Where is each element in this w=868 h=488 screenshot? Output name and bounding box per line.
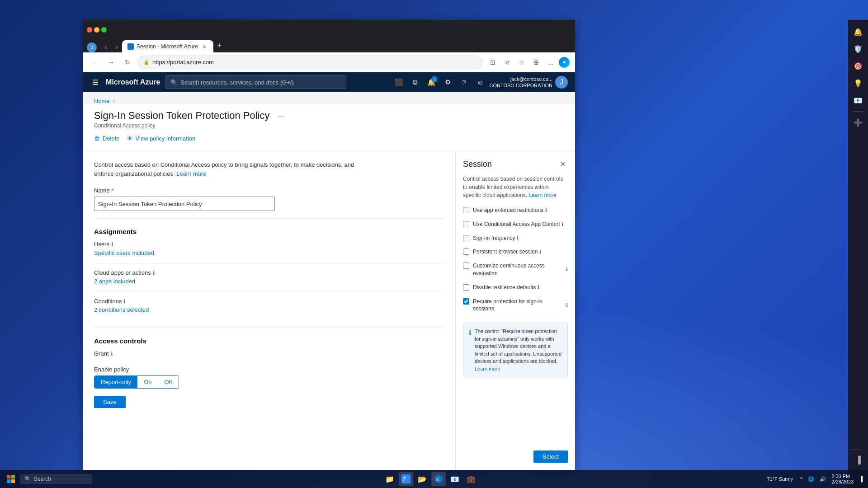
sidebar-icon-4[interactable]: 💡 <box>850 75 866 91</box>
sidebar-icon-panel[interactable]: ▐ <box>850 452 866 468</box>
delete-btn[interactable]: 🗑 Delete <box>94 133 120 144</box>
sidebar-icon-3[interactable]: 🎯 <box>850 58 866 74</box>
panel-close-btn[interactable]: ✕ <box>557 159 568 169</box>
view-policy-btn[interactable]: 👁 View policy information <box>127 133 196 144</box>
taskbar-search-bar[interactable]: 🔍 Search <box>20 474 92 484</box>
panel-title: Session <box>463 160 492 169</box>
disable-resilience-checkbox[interactable] <box>463 284 469 291</box>
cloud-shell-icon[interactable]: ⬛ <box>392 75 406 89</box>
window-min-btn[interactable] <box>94 27 99 33</box>
description-learn-more-link[interactable]: Learn more <box>176 170 206 177</box>
policy-name-input[interactable] <box>94 197 275 211</box>
toolbar-screen-btn[interactable]: ⊡ <box>486 56 499 69</box>
grant-label: Grant ℹ <box>94 350 444 357</box>
browser-chrome: J ‹ › Session - Microsoft Azure ✕ + <box>83 20 575 52</box>
assignments-divider <box>94 218 444 219</box>
toggle-off[interactable]: Off <box>158 376 179 388</box>
sign-in-freq-checkbox[interactable] <box>463 235 469 241</box>
ca-app-control-checkbox[interactable] <box>463 221 469 227</box>
forward-btn[interactable]: › <box>111 42 122 52</box>
customize-cae-checkbox[interactable] <box>463 263 469 269</box>
taskbar-pinned-apps: 📁 Z 📂 e 📧 💼 <box>382 472 478 486</box>
back-btn[interactable]: ‹ <box>100 42 111 52</box>
toolbar-collections-btn[interactable]: ⊞ <box>530 56 542 69</box>
azure-search-bar[interactable]: 🔍 Search resources, services, and docs (… <box>165 75 346 89</box>
enable-policy-label: Enable policy <box>94 366 444 373</box>
window-max-btn[interactable] <box>101 27 107 33</box>
help-icon[interactable]: ? <box>457 75 471 89</box>
sidebar-icon-add[interactable]: ➕ <box>850 114 866 131</box>
require-protection-checkbox[interactable] <box>463 298 469 305</box>
hamburger-menu-btn[interactable]: ☰ <box>90 76 100 89</box>
nav-icons: ⬛ ⧉ 🔔 1 ⚙ ? ☺ jack@contoso.co... CONTOSO… <box>392 75 568 89</box>
taskbar-app-explorer[interactable]: 📁 <box>382 472 397 486</box>
new-tab-btn[interactable]: + <box>213 39 226 52</box>
back-nav-btn[interactable]: ← <box>89 56 101 69</box>
directory-icon[interactable]: ⧉ <box>408 75 422 89</box>
users-label: Users ℹ <box>94 241 444 248</box>
sidebar-icon-1[interactable]: 🔔 <box>850 23 866 40</box>
window-close-btn[interactable] <box>87 27 92 33</box>
browser-titlebar <box>83 20 575 36</box>
browser-profile[interactable]: J <box>87 42 97 52</box>
forward-nav-btn[interactable]: → <box>105 56 118 69</box>
tray-clock[interactable]: 2:30 PM 2/28/2023 <box>830 473 855 485</box>
settings-icon[interactable]: ⚙ <box>440 75 455 89</box>
delete-icon: 🗑 <box>94 135 100 142</box>
callout-learn-more-link[interactable]: Learn more <box>475 366 500 371</box>
app-enforced-checkbox[interactable] <box>463 207 469 213</box>
toolbar-extensions-btn[interactable]: ⧄ <box>501 56 514 69</box>
taskbar-app-zoom[interactable]: Z <box>399 472 413 486</box>
azure-sidebar: 🔔 🛡️ 🎯 💡 📧 ➕ ▐ ⚙ <box>848 20 868 488</box>
toggle-report-only[interactable]: Report-only <box>94 376 137 388</box>
sidebar-icon-2[interactable]: 🛡️ <box>850 41 866 57</box>
checkbox-disable-resilience[interactable]: Disable resilience defaults ℹ <box>463 284 568 291</box>
save-button[interactable]: Save <box>94 396 126 408</box>
notifications-icon[interactable]: 🔔 1 <box>424 75 439 89</box>
user-info[interactable]: jack@contoso.co... CONTOSO CORPORATION J <box>489 76 568 89</box>
checkbox-persistent-browser[interactable]: Persistent browser session ℹ <box>463 248 568 256</box>
tab-bar: J ‹ › Session - Microsoft Azure ✕ + <box>83 36 575 52</box>
taskbar-app-outlook[interactable]: 📧 <box>448 472 462 486</box>
taskbar-app-files[interactable]: 📂 <box>415 472 429 486</box>
ca-app-control-label: Use Conditional Access App Control ℹ <box>473 221 568 228</box>
callout-info-icon: ℹ <box>469 328 471 372</box>
checkbox-customize-cae[interactable]: Customize continuous access evaluation ℹ <box>463 262 568 277</box>
toolbar-more-btn[interactable]: … <box>544 56 557 69</box>
tray-show-desktop[interactable]: ▐ <box>857 475 864 483</box>
search-icon: 🔍 <box>170 79 178 86</box>
toolbar-favorites-btn[interactable]: ☆ <box>515 56 528 69</box>
taskbar-app-teams[interactable]: 💼 <box>464 472 478 486</box>
tray-network-icon[interactable]: 🌐 <box>806 475 816 483</box>
checkbox-sign-in-freq[interactable]: Sign-in frequency ℹ <box>463 235 568 242</box>
checkbox-require-protection[interactable]: Require protection for sign-in sessions … <box>463 298 568 313</box>
cloud-apps-subsection: Cloud apps or actions ℹ 2 apps included <box>94 269 444 292</box>
taskbar-app-edge[interactable]: e <box>431 472 446 486</box>
home-link[interactable]: Home <box>94 98 110 104</box>
sidebar-icon-5[interactable]: 📧 <box>850 92 866 108</box>
cloud-apps-value-link[interactable]: 2 apps included <box>94 278 444 285</box>
avatar[interactable]: J <box>555 76 568 89</box>
tray-chevron[interactable]: ^ <box>798 475 804 483</box>
persistent-browser-checkbox[interactable] <box>463 249 469 255</box>
toggle-on[interactable]: On <box>137 376 158 388</box>
start-button[interactable] <box>4 472 18 486</box>
users-value-link[interactable]: Specific users included <box>94 249 444 256</box>
checkbox-app-enforced[interactable]: Use app enforced restrictions ℹ <box>463 206 568 214</box>
tray-volume-icon[interactable]: 🔊 <box>818 475 828 483</box>
feedback-icon[interactable]: ☺ <box>473 75 487 89</box>
active-tab[interactable]: Session - Microsoft Azure ✕ <box>122 40 213 53</box>
toolbar-actions: ⊡ ⧄ ☆ ⊞ … ✦ <box>486 56 570 69</box>
conditions-info-icon: ℹ <box>123 298 126 305</box>
panel-learn-more-link[interactable]: Learn more <box>528 192 556 198</box>
select-button[interactable]: Select <box>533 450 568 463</box>
copilot-btn[interactable]: ✦ <box>559 57 570 68</box>
checkbox-ca-app-control[interactable]: Use Conditional Access App Control ℹ <box>463 221 568 228</box>
tab-close-btn[interactable]: ✕ <box>201 43 208 50</box>
conditions-value-link[interactable]: 2 conditions selected <box>94 306 444 313</box>
address-bar[interactable]: 🔒 https://portal.azure.com <box>137 56 483 69</box>
refresh-btn[interactable]: ↻ <box>121 56 134 69</box>
require-protection-info-icon: ℹ <box>566 302 568 309</box>
required-indicator: * <box>112 187 114 194</box>
more-options-btn[interactable]: ··· <box>275 110 287 122</box>
